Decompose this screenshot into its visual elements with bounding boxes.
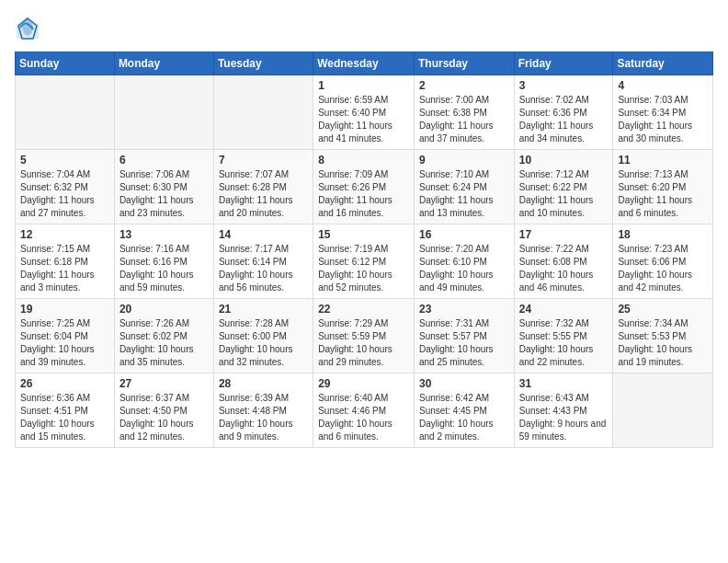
day-number: 14 (219, 228, 308, 241)
calendar-cell: 4Sunrise: 7:03 AM Sunset: 6:34 PM Daylig… (613, 75, 713, 150)
day-number: 28 (219, 377, 308, 390)
day-number: 7 (219, 154, 308, 167)
calendar-cell: 6Sunrise: 7:06 AM Sunset: 6:30 PM Daylig… (114, 150, 213, 224)
day-info: Sunrise: 7:19 AM Sunset: 6:12 PM Dayligh… (318, 243, 409, 294)
header-sunday: Sunday (16, 52, 115, 75)
day-info: Sunrise: 7:12 AM Sunset: 6:22 PM Dayligh… (519, 168, 609, 220)
calendar-cell: 17Sunrise: 7:22 AM Sunset: 6:08 PM Dayli… (514, 224, 613, 299)
day-info: Sunrise: 7:10 AM Sunset: 6:24 PM Dayligh… (419, 168, 509, 220)
day-info: Sunrise: 7:29 AM Sunset: 5:59 PM Dayligh… (318, 317, 409, 369)
day-info: Sunrise: 7:04 AM Sunset: 6:32 PM Dayligh… (20, 168, 109, 220)
day-info: Sunrise: 7:31 AM Sunset: 5:57 PM Dayligh… (419, 317, 509, 369)
day-info: Sunrise: 7:20 AM Sunset: 6:10 PM Dayligh… (419, 243, 509, 294)
day-number: 25 (618, 303, 708, 316)
day-info: Sunrise: 7:17 AM Sunset: 6:14 PM Dayligh… (219, 243, 308, 294)
day-info: Sunrise: 7:16 AM Sunset: 6:16 PM Dayligh… (119, 243, 209, 294)
logo-icon (15, 15, 40, 40)
day-info: Sunrise: 6:39 AM Sunset: 4:48 PM Dayligh… (219, 392, 308, 443)
day-number: 30 (419, 377, 509, 390)
header-monday: Monday (114, 52, 213, 75)
calendar-cell: 10Sunrise: 7:12 AM Sunset: 6:22 PM Dayli… (514, 150, 613, 224)
day-info: Sunrise: 7:28 AM Sunset: 6:00 PM Dayligh… (219, 317, 308, 369)
calendar-cell: 28Sunrise: 6:39 AM Sunset: 4:48 PM Dayli… (213, 373, 313, 448)
day-info: Sunrise: 7:15 AM Sunset: 6:18 PM Dayligh… (20, 243, 109, 294)
page-header (15, 15, 713, 40)
day-info: Sunrise: 7:07 AM Sunset: 6:28 PM Dayligh… (219, 168, 308, 220)
header-thursday: Thursday (414, 52, 514, 75)
day-number: 31 (519, 377, 609, 390)
calendar-cell: 27Sunrise: 6:37 AM Sunset: 4:50 PM Dayli… (114, 373, 213, 448)
day-number: 17 (519, 228, 609, 241)
day-info: Sunrise: 7:23 AM Sunset: 6:06 PM Dayligh… (618, 243, 708, 294)
calendar-cell (213, 75, 313, 150)
day-number: 6 (119, 154, 209, 167)
calendar-cell: 29Sunrise: 6:40 AM Sunset: 4:46 PM Dayli… (313, 373, 415, 448)
day-info: Sunrise: 6:40 AM Sunset: 4:46 PM Dayligh… (318, 392, 409, 443)
calendar-cell: 12Sunrise: 7:15 AM Sunset: 6:18 PM Dayli… (16, 224, 115, 299)
calendar-cell (613, 373, 713, 448)
header-wednesday: Wednesday (313, 52, 415, 75)
header-tuesday: Tuesday (213, 52, 313, 75)
calendar-cell: 19Sunrise: 7:25 AM Sunset: 6:04 PM Dayli… (16, 299, 115, 373)
day-number: 18 (618, 228, 708, 241)
day-info: Sunrise: 7:06 AM Sunset: 6:30 PM Dayligh… (119, 168, 209, 220)
calendar-cell: 8Sunrise: 7:09 AM Sunset: 6:26 PM Daylig… (313, 150, 415, 224)
day-info: Sunrise: 7:25 AM Sunset: 6:04 PM Dayligh… (20, 317, 109, 369)
calendar-week-row: 5Sunrise: 7:04 AM Sunset: 6:32 PM Daylig… (16, 150, 713, 224)
day-number: 8 (318, 154, 409, 167)
day-number: 10 (519, 154, 609, 167)
calendar-cell: 15Sunrise: 7:19 AM Sunset: 6:12 PM Dayli… (313, 224, 415, 299)
calendar-cell: 3Sunrise: 7:02 AM Sunset: 6:36 PM Daylig… (514, 75, 613, 150)
day-info: Sunrise: 7:00 AM Sunset: 6:38 PM Dayligh… (419, 94, 509, 145)
header-friday: Friday (514, 52, 613, 75)
day-number: 3 (519, 79, 609, 92)
calendar-cell: 23Sunrise: 7:31 AM Sunset: 5:57 PM Dayli… (414, 299, 514, 373)
calendar-cell: 24Sunrise: 7:32 AM Sunset: 5:55 PM Dayli… (514, 299, 613, 373)
calendar-cell (16, 75, 115, 150)
day-number: 12 (20, 228, 109, 241)
day-number: 22 (318, 303, 409, 316)
calendar-cell: 7Sunrise: 7:07 AM Sunset: 6:28 PM Daylig… (213, 150, 313, 224)
day-number: 2 (419, 79, 509, 92)
day-number: 27 (119, 377, 209, 390)
calendar-week-row: 19Sunrise: 7:25 AM Sunset: 6:04 PM Dayli… (16, 299, 713, 373)
day-number: 13 (119, 228, 209, 241)
day-info: Sunrise: 6:43 AM Sunset: 4:43 PM Dayligh… (519, 392, 609, 443)
day-number: 20 (119, 303, 209, 316)
day-info: Sunrise: 7:03 AM Sunset: 6:34 PM Dayligh… (618, 94, 708, 145)
calendar-cell: 9Sunrise: 7:10 AM Sunset: 6:24 PM Daylig… (414, 150, 514, 224)
day-info: Sunrise: 7:02 AM Sunset: 6:36 PM Dayligh… (519, 94, 609, 145)
day-info: Sunrise: 6:42 AM Sunset: 4:45 PM Dayligh… (419, 392, 509, 443)
day-number: 29 (318, 377, 409, 390)
calendar-header-row: SundayMondayTuesdayWednesdayThursdayFrid… (16, 52, 713, 75)
calendar-cell: 31Sunrise: 6:43 AM Sunset: 4:43 PM Dayli… (514, 373, 613, 448)
day-info: Sunrise: 7:32 AM Sunset: 5:55 PM Dayligh… (519, 317, 609, 369)
day-info: Sunrise: 6:59 AM Sunset: 6:40 PM Dayligh… (318, 94, 409, 145)
day-number: 5 (20, 154, 109, 167)
calendar-cell: 11Sunrise: 7:13 AM Sunset: 6:20 PM Dayli… (613, 150, 713, 224)
day-info: Sunrise: 7:22 AM Sunset: 6:08 PM Dayligh… (519, 243, 609, 294)
calendar-cell (114, 75, 213, 150)
calendar-cell: 16Sunrise: 7:20 AM Sunset: 6:10 PM Dayli… (414, 224, 514, 299)
calendar-cell: 14Sunrise: 7:17 AM Sunset: 6:14 PM Dayli… (213, 224, 313, 299)
day-number: 19 (20, 303, 109, 316)
day-number: 4 (618, 79, 708, 92)
day-number: 11 (618, 154, 708, 167)
calendar-cell: 2Sunrise: 7:00 AM Sunset: 6:38 PM Daylig… (414, 75, 514, 150)
day-number: 24 (519, 303, 609, 316)
day-number: 21 (219, 303, 308, 316)
day-number: 23 (419, 303, 509, 316)
calendar-table: SundayMondayTuesdayWednesdayThursdayFrid… (15, 52, 713, 448)
calendar-week-row: 12Sunrise: 7:15 AM Sunset: 6:18 PM Dayli… (16, 224, 713, 299)
day-info: Sunrise: 6:37 AM Sunset: 4:50 PM Dayligh… (119, 392, 209, 443)
calendar-cell: 25Sunrise: 7:34 AM Sunset: 5:53 PM Dayli… (613, 299, 713, 373)
calendar-week-row: 1Sunrise: 6:59 AM Sunset: 6:40 PM Daylig… (16, 75, 713, 150)
day-number: 16 (419, 228, 509, 241)
day-info: Sunrise: 7:09 AM Sunset: 6:26 PM Dayligh… (318, 168, 409, 220)
day-number: 1 (318, 79, 409, 92)
calendar-cell: 5Sunrise: 7:04 AM Sunset: 6:32 PM Daylig… (16, 150, 115, 224)
calendar-cell: 21Sunrise: 7:28 AM Sunset: 6:00 PM Dayli… (213, 299, 313, 373)
day-info: Sunrise: 6:36 AM Sunset: 4:51 PM Dayligh… (20, 392, 109, 443)
calendar-week-row: 26Sunrise: 6:36 AM Sunset: 4:51 PM Dayli… (16, 373, 713, 448)
day-info: Sunrise: 7:26 AM Sunset: 6:02 PM Dayligh… (119, 317, 209, 369)
